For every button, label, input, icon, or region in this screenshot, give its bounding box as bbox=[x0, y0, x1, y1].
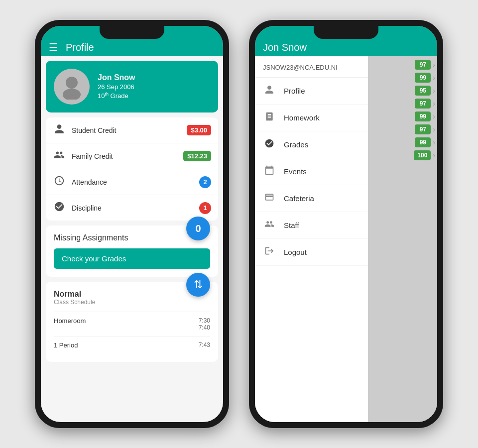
drawer-email: JSNOW23@NCA.EDU.NI bbox=[255, 56, 368, 78]
grade-row: 95 › bbox=[370, 86, 435, 96]
discipline-badge: 1 bbox=[199, 202, 211, 214]
attendance-badge: 2 bbox=[199, 176, 211, 188]
table-row: 1 Period 7:43 bbox=[54, 336, 210, 354]
sidebar-item-grades[interactable]: Grades bbox=[255, 131, 368, 158]
profile-dob: 26 Sep 2006 bbox=[98, 83, 135, 91]
sidebar-item-label: Cafeteria bbox=[284, 194, 360, 203]
sidebar-item-cafeteria[interactable]: Cafeteria bbox=[255, 185, 368, 212]
avatar-icon bbox=[59, 74, 85, 100]
person-icon bbox=[53, 123, 66, 137]
check-grades-button[interactable]: Check your Grades bbox=[54, 248, 210, 269]
drawer-menu: JSNOW23@NCA.EDU.NI Profile Homework bbox=[255, 56, 368, 422]
discipline-icon bbox=[53, 201, 66, 215]
sidebar-item-label: Events bbox=[284, 167, 360, 176]
grade-badge: 99 bbox=[415, 73, 431, 83]
credit-list: Student Credit $3.00 Family Credit $12.2… bbox=[46, 117, 218, 221]
schedule-subtitle: Class Schedule bbox=[54, 299, 210, 306]
notch-2 bbox=[314, 26, 378, 39]
profile-grade: 10th Grade bbox=[98, 92, 135, 100]
grade-badge: 99 bbox=[415, 112, 431, 121]
grade-badge: 97 bbox=[415, 99, 431, 109]
grades-overlay: 97 › 99 › 95 › 97 › bbox=[368, 56, 437, 422]
chevron-right-icon: › bbox=[433, 74, 435, 82]
list-item[interactable]: Attendance 2 bbox=[46, 169, 218, 195]
grade-row: 97 › bbox=[370, 124, 435, 134]
profile-card: Jon Snow 26 Sep 2006 10th Grade bbox=[46, 61, 218, 112]
sidebar-item-label: Homework bbox=[284, 113, 360, 122]
discipline-label: Discipline bbox=[72, 204, 193, 212]
class-time: 7:43 bbox=[199, 341, 210, 348]
list-item[interactable]: Student Credit $3.00 bbox=[46, 117, 218, 143]
grade-badge: 97 bbox=[415, 124, 431, 134]
schedule-section: ⇅ Normal Class Schedule Homeroom 7:307:4… bbox=[46, 282, 218, 362]
chevron-right-icon: › bbox=[433, 125, 435, 133]
sidebar-item-label: Logout bbox=[284, 248, 360, 256]
sidebar-item-homework[interactable]: Homework bbox=[255, 105, 368, 131]
list-item[interactable]: Family Credit $12.23 bbox=[46, 143, 218, 169]
profile-info: Jon Snow 26 Sep 2006 10th Grade bbox=[98, 73, 135, 100]
calendar-icon bbox=[263, 165, 276, 178]
avatar bbox=[54, 69, 90, 105]
sidebar-item-label: Grades bbox=[284, 140, 360, 149]
notch bbox=[100, 26, 164, 39]
grade-row: 97 › bbox=[370, 60, 435, 70]
profile-name: Jon Snow bbox=[98, 73, 135, 82]
hamburger-icon[interactable]: ☰ bbox=[49, 41, 58, 53]
attendance-label: Attendance bbox=[72, 178, 193, 186]
phone-1: ☰ Profile Jon Snow 26 Sep 2006 10th Grad… bbox=[35, 20, 229, 428]
missing-count-badge: 0 bbox=[186, 217, 210, 240]
card-icon bbox=[263, 192, 276, 205]
book-icon bbox=[263, 112, 276, 124]
student-credit-badge: $3.00 bbox=[187, 125, 211, 135]
sidebar-item-staff[interactable]: Staff bbox=[255, 212, 368, 239]
grade-badge: 100 bbox=[414, 150, 431, 160]
grade-row: 99 › bbox=[370, 73, 435, 83]
family-credit-badge: $12.23 bbox=[183, 151, 211, 161]
phone2-title: Jon Snow bbox=[263, 42, 307, 53]
grade-row: 99 › bbox=[370, 112, 435, 121]
class-name: Homeroom bbox=[54, 317, 191, 325]
alarm-icon bbox=[53, 175, 66, 189]
grade-row: 97 › bbox=[370, 99, 435, 109]
person-icon bbox=[263, 85, 276, 97]
sidebar-item-events[interactable]: Events bbox=[255, 158, 368, 185]
sidebar-item-profile[interactable]: Profile bbox=[255, 78, 368, 105]
schedule-type: Normal bbox=[54, 290, 210, 299]
student-credit-label: Student Credit bbox=[72, 126, 181, 134]
chevron-right-icon: › bbox=[433, 151, 435, 159]
family-icon bbox=[53, 149, 66, 163]
missing-assignments-title: Missing Assignments bbox=[54, 233, 210, 242]
family-credit-label: Family Credit bbox=[72, 152, 177, 160]
grade-row: 99 › bbox=[370, 137, 435, 147]
chevron-right-icon: › bbox=[433, 112, 435, 120]
check-circle-icon bbox=[263, 138, 276, 151]
grade-row: 100 › bbox=[370, 150, 435, 160]
chevron-right-icon: › bbox=[433, 61, 435, 69]
logout-icon bbox=[263, 246, 276, 258]
class-name: 1 Period bbox=[54, 341, 191, 349]
sidebar-item-label: Profile bbox=[284, 87, 360, 95]
list-item[interactable]: Discipline 1 bbox=[46, 195, 218, 221]
svg-point-0 bbox=[66, 77, 78, 89]
table-row: Homeroom 7:307:40 bbox=[54, 312, 210, 336]
grade-badge: 95 bbox=[415, 86, 431, 96]
schedule-swap-icon[interactable]: ⇅ bbox=[186, 273, 210, 297]
chevron-right-icon: › bbox=[433, 100, 435, 108]
page-title: Profile bbox=[66, 42, 94, 53]
chevron-right-icon: › bbox=[433, 87, 435, 95]
sidebar-item-logout[interactable]: Logout bbox=[255, 239, 368, 266]
grade-badge: 99 bbox=[415, 137, 431, 147]
class-time: 7:307:40 bbox=[199, 317, 210, 331]
staff-icon bbox=[263, 219, 276, 231]
grade-badge: 97 bbox=[415, 60, 431, 70]
missing-assignments-section: 0 Missing Assignments Check your Grades bbox=[46, 225, 218, 277]
chevron-right-icon: › bbox=[433, 138, 435, 146]
phone-2: Jon Snow JSNOW23@NCA.EDU.NI Profile bbox=[249, 20, 443, 428]
drawer-body: JSNOW23@NCA.EDU.NI Profile Homework bbox=[255, 56, 437, 422]
sidebar-item-label: Staff bbox=[284, 221, 360, 229]
svg-point-1 bbox=[63, 89, 81, 100]
